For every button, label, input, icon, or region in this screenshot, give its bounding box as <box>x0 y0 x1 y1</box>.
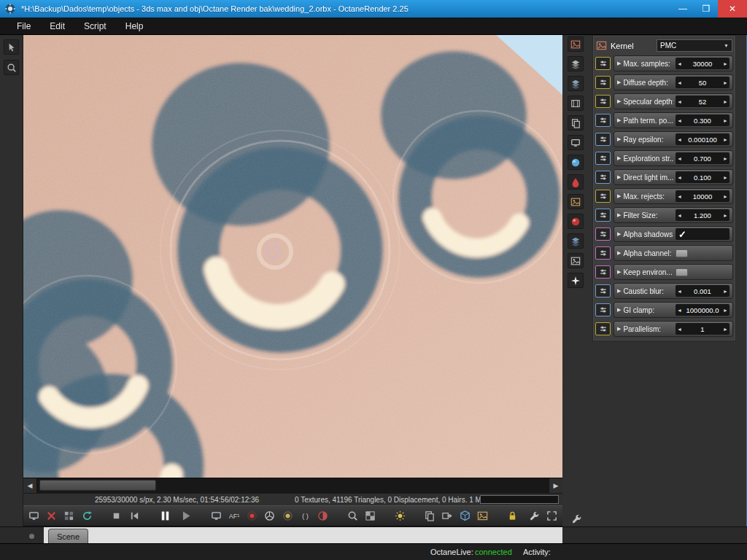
spinner-increment-icon[interactable]: ► <box>723 61 728 66</box>
value-spinner[interactable]: ◄52► <box>676 96 729 107</box>
parameter-node-icon[interactable] <box>595 246 611 260</box>
spinner-increment-icon[interactable]: ► <box>723 213 728 218</box>
menu-item-edit[interactable]: Edit <box>40 18 74 34</box>
parameter-node-icon[interactable] <box>595 57 611 70</box>
spinner-increment-icon[interactable]: ► <box>723 175 728 180</box>
parameter-button[interactable]: ▶Specular depth:◄52► <box>614 93 733 109</box>
zoom-tool-icon[interactable] <box>4 60 19 75</box>
parameter-node-icon[interactable] <box>595 95 611 108</box>
parameter-button[interactable]: ▶Max. samples:◄30000► <box>614 55 733 71</box>
parameter-node-icon[interactable] <box>595 114 611 127</box>
output-settings-wrench-icon[interactable] <box>569 511 584 526</box>
parameter-checkbox-unchecked[interactable] <box>676 249 688 257</box>
parameter-button[interactable]: ▶Alpha shadows:✓ <box>614 226 733 242</box>
menu-item-script[interactable]: Script <box>74 18 116 34</box>
parameter-node-icon[interactable] <box>595 303 611 316</box>
parameter-node-icon[interactable] <box>595 265 611 279</box>
scroll-thumb[interactable] <box>39 480 156 491</box>
play-icon[interactable] <box>177 508 193 525</box>
spinner-increment-icon[interactable]: ► <box>723 327 728 332</box>
parameter-button[interactable]: ▶Path term. po...◄0.300► <box>614 112 733 128</box>
spinner-decrement-icon[interactable]: ◄ <box>677 156 682 161</box>
kernel-settings-icon[interactable] <box>568 135 584 150</box>
parameter-node-icon[interactable] <box>595 284 611 298</box>
scroll-track[interactable] <box>37 478 549 493</box>
autofocus-icon[interactable]: AF¹ <box>228 509 241 524</box>
spinner-increment-icon[interactable]: ► <box>723 99 728 104</box>
pan-zoom-icon[interactable] <box>346 509 359 524</box>
scroll-left-icon[interactable]: ◀ <box>23 478 37 493</box>
parameter-checkbox-unchecked[interactable] <box>676 268 688 276</box>
render-viewport[interactable] <box>23 35 562 478</box>
parameter-node-icon[interactable] <box>595 228 611 241</box>
parameter-button[interactable]: ▶Alpha channel: <box>614 245 733 261</box>
parameter-node-icon[interactable] <box>595 171 611 184</box>
spinner-increment-icon[interactable]: ► <box>723 194 728 199</box>
film-settings-icon[interactable] <box>568 96 584 111</box>
emitter-node-icon[interactable] <box>568 273 584 288</box>
spinner-decrement-icon[interactable]: ◄ <box>677 61 682 66</box>
parameter-button[interactable]: ▶Filter Size:◄1.200► <box>614 207 733 223</box>
render-region-icon[interactable] <box>63 509 76 524</box>
copy-render-icon[interactable] <box>422 509 436 524</box>
spinner-increment-icon[interactable]: ► <box>723 156 728 161</box>
camera-brackets-icon[interactable]: ( ) <box>298 509 311 524</box>
spinner-increment-icon[interactable]: ► <box>723 289 728 294</box>
value-spinner[interactable]: ◄1000000.0► <box>676 304 729 316</box>
value-spinner[interactable]: ◄0.000100► <box>676 133 729 145</box>
value-spinner[interactable]: ◄1.200► <box>676 209 729 221</box>
menu-item-help[interactable]: Help <box>116 18 153 34</box>
texture-node-icon[interactable] <box>568 194 584 209</box>
environment-icon[interactable] <box>568 155 584 170</box>
export-package-icon[interactable] <box>458 509 471 524</box>
parameter-node-icon[interactable] <box>595 190 611 203</box>
geometry-group-icon[interactable] <box>568 76 584 91</box>
parameter-button[interactable]: ▶Diffuse depth:◄50► <box>614 74 733 90</box>
spinner-decrement-icon[interactable]: ◄ <box>677 327 682 332</box>
fit-viewport-icon[interactable] <box>546 509 559 524</box>
focus-picker-icon[interactable] <box>245 509 258 524</box>
menu-item-file[interactable]: File <box>7 18 40 34</box>
parameter-button[interactable]: ▶Keep environ... <box>614 264 733 280</box>
spinner-decrement-icon[interactable]: ◄ <box>677 118 682 123</box>
parameter-button[interactable]: ▶Exploration str...◄0.700► <box>614 150 733 166</box>
animation-settings-icon[interactable] <box>568 115 584 131</box>
parameter-node-icon[interactable] <box>595 209 611 222</box>
value-spinner[interactable]: ◄0.100► <box>676 171 729 183</box>
scroll-right-icon[interactable]: ▶ <box>549 478 562 493</box>
value-spinner[interactable]: ◄30000► <box>676 58 729 69</box>
save-render-state-icon[interactable] <box>27 509 40 524</box>
restart-first-sample-icon[interactable] <box>128 509 141 524</box>
parameter-button[interactable]: ▶Caustic blur:◄0.001► <box>614 283 733 299</box>
parameter-button[interactable]: ▶Parallelism:◄1► <box>614 321 733 337</box>
parameter-button[interactable]: ▶Ray epsilon:◄0.000100► <box>614 131 733 147</box>
value-spinner[interactable]: ◄0.700► <box>676 152 729 164</box>
parameter-button[interactable]: ▶GI clamp:◄1000000.0► <box>614 302 733 318</box>
medium-node-icon[interactable] <box>568 233 584 249</box>
spinner-decrement-icon[interactable]: ◄ <box>677 194 682 199</box>
parameter-button[interactable]: ▶Direct light im...◄0.100► <box>614 169 733 185</box>
maximize-button[interactable]: ❐ <box>694 0 718 18</box>
value-spinner[interactable]: ◄10000► <box>676 190 729 202</box>
spinner-decrement-icon[interactable]: ◄ <box>677 213 682 218</box>
spinner-decrement-icon[interactable]: ◄ <box>677 289 682 294</box>
value-spinner[interactable]: ◄0.001► <box>676 285 729 297</box>
daylight-position-icon[interactable] <box>393 509 406 524</box>
parameter-node-icon[interactable] <box>595 152 611 165</box>
tab-scene[interactable]: Scene <box>48 529 88 544</box>
pick-tool-icon[interactable] <box>4 39 19 55</box>
kernel-node-icon[interactable] <box>596 40 607 51</box>
value-spinner[interactable]: ◄1► <box>676 323 729 335</box>
spinner-decrement-icon[interactable]: ◄ <box>677 99 682 104</box>
spinner-increment-icon[interactable]: ► <box>723 137 728 142</box>
export-scene-icon[interactable] <box>441 509 454 524</box>
diffuse-material-icon[interactable] <box>568 174 584 190</box>
value-spinner[interactable]: ◄50► <box>676 77 729 88</box>
white-balance-picker-icon[interactable] <box>281 509 294 524</box>
spinner-increment-icon[interactable]: ► <box>723 80 728 85</box>
material-ball-icon[interactable] <box>568 214 584 229</box>
alpha-background-icon[interactable] <box>363 509 376 524</box>
render-settings-wrench-icon[interactable] <box>527 509 541 524</box>
save-image-icon[interactable] <box>476 509 489 524</box>
parameter-checkbox-checked[interactable]: ✓ <box>676 228 729 240</box>
